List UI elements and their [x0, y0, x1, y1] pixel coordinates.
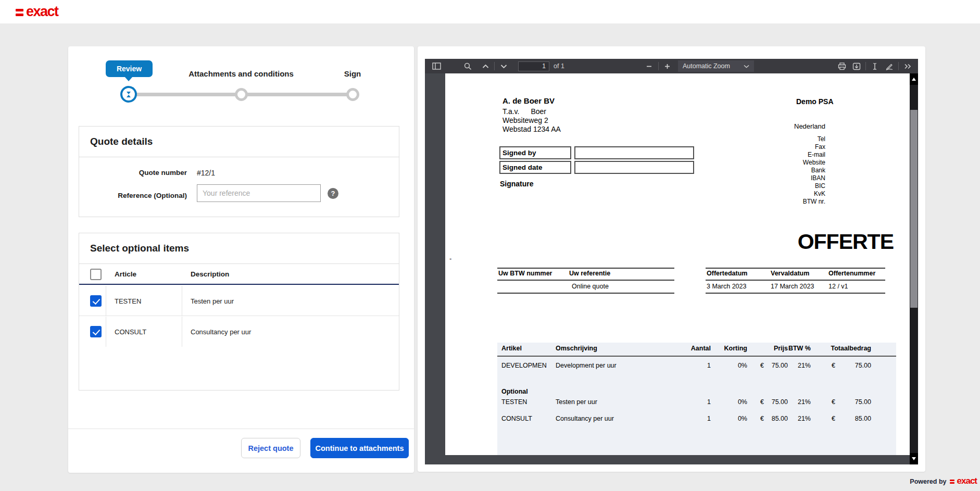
page-number-input[interactable] — [518, 61, 549, 71]
item-btw: 21% — [798, 398, 811, 406]
item-aantal: 1 — [707, 415, 711, 422]
item-omschrijving: Testen per uur — [556, 398, 597, 406]
column-description: Description — [191, 270, 229, 278]
item-currency: € — [832, 398, 835, 406]
signed-date-label: Signed date — [499, 161, 571, 174]
signed-by-label: Signed by — [499, 146, 571, 159]
pdf-preview-panel: of 1 Automatic Zoom — [418, 46, 925, 472]
document-title: OFFERTE — [798, 230, 894, 254]
item-artikel: CONSULT — [501, 415, 532, 422]
reference-label: Reference (Optional) — [118, 192, 187, 199]
item-artikel: TESTEN — [501, 398, 527, 406]
scroll-down-button[interactable] — [910, 453, 918, 464]
chevron-down-icon — [744, 65, 749, 68]
meta-rule — [706, 280, 885, 281]
step-review-circle[interactable] — [120, 86, 137, 103]
reference-input[interactable] — [197, 184, 321, 202]
exact-logo-bars-icon — [950, 480, 954, 484]
step-review-label: Review — [117, 65, 142, 73]
optional-section-label: Optional — [501, 388, 528, 395]
recipient-address: A. de Boer BV T.a.v.Boer Websiteweg 2 We… — [502, 96, 561, 134]
sidebar-toggle-icon[interactable] — [429, 59, 444, 73]
tooltip-tail — [124, 77, 133, 81]
toolbar-separator — [865, 62, 866, 70]
meta-rule — [706, 293, 885, 294]
powered-by: Powered by exact — [0, 476, 977, 487]
item-currency: € — [760, 415, 764, 422]
step-attachments-circle[interactable] — [235, 88, 248, 101]
items-header-rule — [497, 356, 896, 357]
recipient-name: A. de Boer BV — [502, 96, 561, 105]
zoom-out-icon[interactable] — [642, 59, 657, 73]
toolbar-separator — [494, 62, 495, 70]
item-korting: 0% — [738, 415, 747, 422]
pdf-toolbar: of 1 Automatic Zoom — [425, 59, 918, 73]
meta-rule — [497, 280, 674, 281]
item-prijs: 75.00 — [772, 362, 788, 369]
item-artikel: DEVELOPMEN — [501, 362, 547, 369]
sign-table: Signed by Signed date — [499, 146, 694, 175]
hourglass-icon — [127, 92, 131, 97]
item-aantal: 1 — [707, 362, 711, 369]
quote-details-heading: Quote details — [79, 127, 399, 157]
pdf-viewer: of 1 Automatic Zoom — [425, 59, 918, 464]
search-icon[interactable] — [460, 59, 475, 73]
signed-date-value-cell — [574, 161, 694, 174]
col-prijs: Prijs — [774, 345, 788, 352]
text-selection-icon[interactable] — [868, 59, 882, 73]
step-sign-circle[interactable] — [346, 88, 359, 101]
select-all-checkbox[interactable] — [90, 269, 102, 280]
signature-label: Signature — [500, 180, 534, 188]
signed-by-value-cell — [574, 146, 694, 159]
sender-country: Nederland — [794, 122, 825, 130]
contact-label: KvK — [803, 190, 825, 198]
col-aantal: Aantal — [691, 345, 711, 352]
powered-by-text: Powered by — [910, 478, 946, 485]
previous-page-icon[interactable] — [478, 59, 493, 73]
column-article: Article — [115, 270, 136, 278]
step-sign-label: Sign — [344, 69, 361, 78]
contact-label: Website — [803, 159, 825, 167]
print-icon[interactable] — [835, 59, 849, 73]
item-omschrijving: Development per uur — [556, 362, 617, 369]
arrow-down-icon — [912, 457, 916, 460]
annotate-pen-icon[interactable] — [882, 59, 897, 73]
row-checkbox-testen[interactable] — [90, 295, 102, 307]
download-icon[interactable] — [849, 59, 864, 73]
toolbar-separator — [658, 62, 659, 70]
item-totaal: 85.00 — [855, 415, 871, 422]
scrollbar-thumb[interactable] — [910, 110, 918, 308]
zoom-in-icon[interactable] — [660, 59, 675, 73]
row-description: Testen per uur — [191, 297, 234, 305]
exact-logo-small: exact — [950, 476, 977, 487]
recipient-city: Webstad 1234 AA — [502, 125, 561, 134]
continue-to-attachments-button[interactable]: Continue to attachments — [310, 438, 409, 458]
dash-mark: - — [449, 255, 451, 262]
item-korting: 0% — [738, 362, 747, 369]
arrow-up-icon — [912, 78, 916, 81]
zoom-level-select[interactable]: Automatic Zoom — [678, 60, 754, 72]
pdf-scrollbar[interactable] — [910, 73, 918, 464]
offertedatum-value: 3 March 2023 — [707, 283, 746, 290]
optional-items-table-header: Article Description — [79, 264, 399, 285]
vervaldatum-value: 17 March 2023 — [771, 283, 814, 290]
sender-contact-labels: Tel Fax E-mail Website Bank IBAN BIC KvK… — [803, 135, 825, 206]
zoom-level-value: Automatic Zoom — [683, 62, 730, 70]
reject-quote-button[interactable]: Reject quote — [241, 438, 300, 458]
col-omschrijving: Omschrijving — [556, 345, 597, 352]
row-checkbox-consult[interactable] — [90, 326, 102, 337]
page-count-label: of 1 — [554, 62, 564, 70]
optional-items-section: Select optional items Article Descriptio… — [79, 233, 399, 391]
help-icon[interactable]: ? — [328, 188, 338, 199]
offertenummer-value: 12 / v1 — [828, 283, 848, 290]
item-totaal: 75.00 — [855, 362, 871, 369]
scroll-up-button[interactable] — [910, 73, 918, 85]
meta-rule — [497, 293, 674, 294]
item-row: DEVELOPMEN Development per uur 1 0% € 75… — [497, 362, 896, 371]
ref-value: Online quote — [572, 283, 609, 290]
next-page-icon[interactable] — [496, 59, 511, 73]
offertenummer-header: Offertenummer — [828, 270, 875, 277]
meta-rule — [706, 268, 885, 269]
offertedatum-header: Offertedatum — [707, 270, 747, 277]
more-tools-icon[interactable] — [900, 59, 915, 73]
